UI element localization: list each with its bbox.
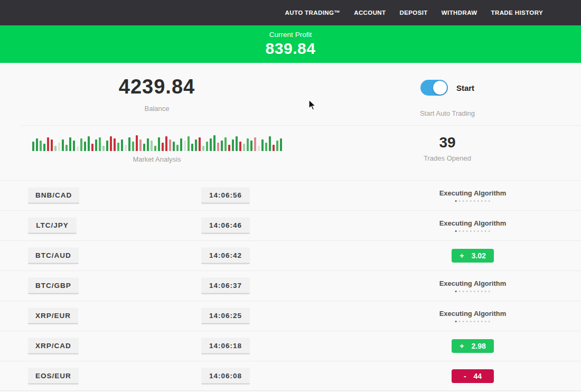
row-status: Executing Algorithm (439, 189, 507, 202)
chart-bar (43, 144, 45, 151)
toggle-caption: Start Auto Trading (420, 109, 475, 117)
progress-dot-icon (459, 230, 461, 232)
progress-dot-icon (459, 321, 461, 322)
nav-item-account[interactable]: ACCOUNT (354, 10, 386, 16)
time-badge: 14:06:25 (201, 308, 250, 324)
progress-dot-icon (481, 200, 483, 202)
progress-dot-icon (466, 230, 468, 232)
progress-dot-icon (455, 321, 457, 322)
progress-dot-icon (477, 291, 479, 292)
chart-bar (195, 139, 197, 151)
chart-bar (191, 144, 193, 151)
chart-bar (162, 143, 164, 151)
time-badge: 14:06:46 (201, 218, 250, 234)
progress-dot-icon (477, 321, 479, 322)
row-status: Executing Algorithm (439, 219, 507, 232)
chart-bar (58, 143, 60, 151)
chart-bar (169, 139, 171, 151)
top-navbar: AUTO TRADING™ ACCOUNT DEPOSIT WITHDRAW T… (0, 0, 581, 25)
chart-bar (117, 143, 119, 151)
profit-badge: +2.98 (452, 339, 494, 353)
nav-item-trade-history[interactable]: TRADE HISTORY (491, 10, 543, 16)
pair-badge: LTC/JPY (28, 218, 77, 234)
progress-dot-icon (485, 230, 486, 232)
chart-bar (80, 138, 82, 151)
chart-bar (276, 141, 278, 151)
time-badge: 14:06:08 (201, 368, 250, 384)
chart-bar (32, 142, 34, 151)
result-value: 44 (474, 372, 482, 380)
progress-dots (455, 291, 490, 292)
chart-bar (65, 145, 68, 151)
auto-trading-block: Start Start Auto Trading (314, 63, 581, 125)
progress-dot-icon (455, 200, 457, 202)
chart-bar (280, 138, 282, 151)
progress-dot-icon (470, 200, 472, 202)
chart-bar (91, 144, 93, 151)
auto-trading-toggle[interactable] (420, 80, 448, 96)
chart-bar (40, 141, 42, 151)
executing-algorithm-label: Executing Algorithm (439, 310, 507, 318)
chart-bar (250, 141, 252, 151)
chart-bar (202, 146, 204, 151)
trades-opened-label: Trades Opened (424, 154, 471, 162)
time-badge: 14:06:42 (201, 248, 250, 264)
nav-item-auto-trading[interactable]: AUTO TRADING™ (285, 10, 341, 16)
chart-bar (247, 138, 249, 151)
chart-bar (265, 143, 267, 151)
progress-dot-icon (489, 321, 490, 322)
toggle-knob-icon (433, 81, 447, 95)
trade-row: XRP/CAD 14:06:18 +2.98 (0, 331, 581, 361)
toggle-label: Start (456, 83, 474, 92)
progress-dot-icon (459, 200, 461, 202)
trades-list: BNB/CAD 14:06:56 Executing Algorithm LTC… (0, 180, 581, 391)
progress-dot-icon (477, 230, 479, 232)
result-sign: - (464, 372, 466, 380)
nav-item-deposit[interactable]: DEPOSIT (400, 10, 428, 16)
progress-dots (455, 321, 490, 322)
pair-badge: BTC/AUD (28, 248, 79, 264)
chart-bar (106, 141, 108, 151)
trade-row: BNB/CAD 14:06:56 Executing Algorithm (0, 180, 581, 210)
progress-dots (455, 230, 490, 232)
result-sign: + (460, 251, 464, 260)
progress-dot-icon (481, 230, 483, 232)
executing-algorithm-label: Executing Algorithm (439, 279, 507, 287)
chart-bar (176, 145, 179, 151)
progress-dot-icon (485, 291, 486, 292)
progress-dot-icon (463, 321, 464, 322)
chart-bar (173, 142, 175, 151)
trade-row: BTC/AUD 14:06:42 +3.02 (0, 240, 581, 270)
current-profit-value: 839.84 (266, 40, 316, 58)
time-badge: 14:06:56 (201, 188, 250, 204)
pair-badge: BTC/GBP (28, 278, 79, 294)
chart-bar (88, 136, 90, 151)
stats-section: 4239.84 Balance Start Start Auto Trading (0, 63, 581, 125)
market-analysis-chart (32, 133, 282, 151)
chart-bar (99, 137, 101, 151)
chart-bar (147, 138, 149, 151)
nav-item-withdraw[interactable]: WITHDRAW (442, 10, 477, 16)
chart-bar (36, 138, 38, 151)
result-value: 3.02 (471, 251, 485, 260)
executing-algorithm-label: Executing Algorithm (439, 219, 507, 227)
chart-bar (73, 141, 75, 151)
chart-bar (125, 145, 127, 151)
row-status: Executing Algorithm (439, 310, 507, 322)
trades-opened-value: 39 (439, 134, 455, 151)
chart-bar (84, 142, 86, 151)
time-badge: 14:06:18 (201, 338, 250, 354)
chart-bar (136, 135, 138, 151)
progress-dot-icon (463, 291, 464, 292)
chart-bar (132, 142, 134, 151)
pair-badge: BNB/CAD (28, 188, 79, 204)
chart-bar (184, 141, 186, 151)
chart-bar (151, 141, 153, 151)
balance-label: Balance (145, 105, 170, 113)
result-value: 2.98 (471, 342, 485, 350)
market-analysis-label: Market Analysis (133, 155, 181, 163)
progress-dot-icon (470, 291, 472, 292)
progress-dot-icon (459, 291, 461, 292)
chart-bar (154, 146, 156, 151)
chart-bar (206, 142, 208, 151)
